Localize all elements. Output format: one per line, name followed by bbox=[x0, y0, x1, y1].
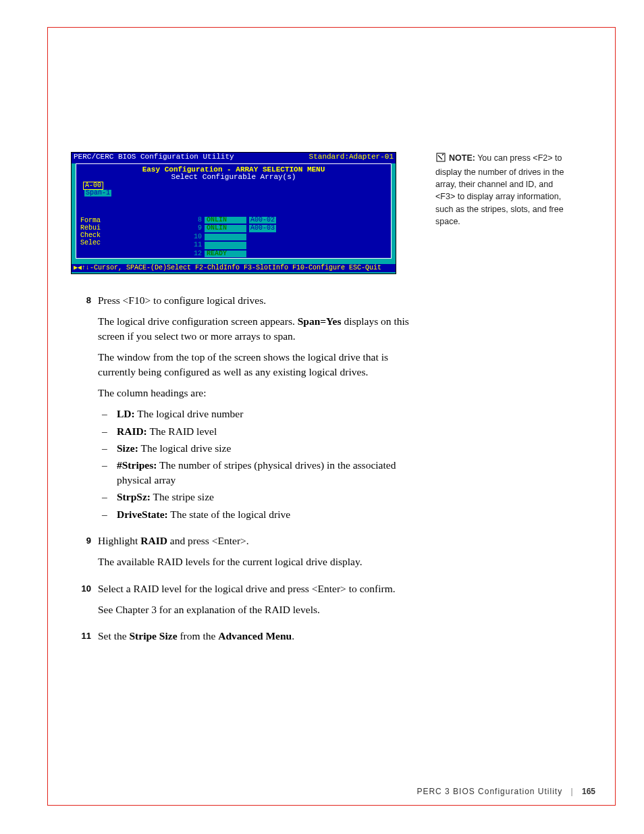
bios-left-menu-item: Check bbox=[80, 232, 101, 239]
bios-row-tag: A00-03 bbox=[249, 225, 276, 232]
bios-left-menu-item: Forma bbox=[80, 217, 101, 224]
step-text: The logical drive configuration screen a… bbox=[98, 314, 415, 343]
footer-title: PERC 3 BIOS Configuration Utility bbox=[417, 787, 562, 796]
bios-row-num: 12 bbox=[191, 251, 202, 258]
page-footer: PERC 3 BIOS Configuration Utility | 165 bbox=[417, 787, 595, 796]
bios-row-status: ONLIN bbox=[205, 225, 246, 232]
bios-menu-sub: Select Configurable Array(s) bbox=[79, 174, 388, 182]
list-desc: The logical drive size bbox=[138, 442, 231, 454]
bios-row-num: 10 bbox=[191, 234, 202, 241]
bios-title-left: PERC/CERC BIOS Configuration Utility bbox=[74, 153, 234, 161]
step-text: Highlight RAID and press <Enter>. bbox=[98, 533, 415, 548]
footer-sep: | bbox=[571, 787, 574, 796]
page-number: 165 bbox=[582, 787, 595, 796]
step-number: 8 bbox=[71, 293, 91, 528]
step-number: 9 bbox=[71, 533, 91, 576]
list-term: #Stripes: bbox=[117, 459, 157, 471]
bios-row-status bbox=[205, 242, 246, 249]
note-text: You can press <F2> to display the number… bbox=[435, 153, 564, 226]
list-desc: The state of the logical drive bbox=[168, 509, 290, 520]
bios-hint-bar: ▶◀↑↓-Cursor, SPACE-(De)Select F2-ChldInf… bbox=[72, 264, 396, 273]
step-number: 10 bbox=[71, 581, 91, 624]
list-desc: The logical drive number bbox=[135, 408, 244, 419]
list-desc: The stripe size bbox=[151, 491, 214, 502]
bios-screenshot: PERC/CERC BIOS Configuration Utility Sta… bbox=[71, 152, 415, 274]
bios-drive-rows: 8ONLINA00-02 9ONLINA00-03 10 11 12READY bbox=[191, 217, 276, 259]
step-text: The available RAID levels for the curren… bbox=[98, 554, 415, 569]
step-text: Set the Stripe Size from the Advanced Me… bbox=[98, 629, 415, 643]
list-term: LD: bbox=[117, 408, 135, 419]
step-9: 9 Highlight RAID and press <Enter>. The … bbox=[71, 533, 415, 576]
step-text: The column headings are: bbox=[98, 386, 415, 400]
step-text: Press <F10> to configure logical drives. bbox=[98, 293, 415, 307]
note-icon bbox=[435, 152, 446, 166]
step-number: 11 bbox=[71, 629, 91, 650]
bios-row-num: 8 bbox=[191, 217, 202, 224]
step-8: 8 Press <F10> to configure logical drive… bbox=[71, 293, 415, 528]
step-11: 11 Set the Stripe Size from the Advanced… bbox=[71, 629, 415, 650]
list-term: Size: bbox=[117, 442, 138, 454]
bios-row-status bbox=[205, 234, 246, 241]
bios-span-label: Span-1 bbox=[84, 190, 111, 197]
list-term: RAID: bbox=[117, 425, 147, 437]
list-desc: The number of stripes (physical drives) … bbox=[117, 459, 396, 485]
bios-row-status: ONLIN bbox=[205, 217, 246, 224]
bios-row-num: 9 bbox=[191, 225, 202, 232]
bios-row-tag: A00-02 bbox=[249, 217, 276, 224]
column-headings-list: –LD: The logical drive number –RAID: The… bbox=[98, 407, 415, 521]
bios-title-right: Standard:Adapter-01 bbox=[309, 153, 394, 161]
bios-row-status: READY bbox=[205, 251, 246, 258]
note-block: NOTE: You can press <F2> to display the … bbox=[435, 152, 570, 228]
bios-left-menu-item: Rebui bbox=[80, 224, 101, 232]
note-label: NOTE: bbox=[449, 153, 475, 163]
step-text: Select a RAID level for the logical driv… bbox=[98, 581, 415, 596]
step-text: The window from the top of the screen sh… bbox=[98, 350, 415, 379]
bios-left-menu: Forma Rebui Check Selec bbox=[80, 217, 101, 246]
list-term: StrpSz: bbox=[117, 491, 151, 502]
svg-rect-0 bbox=[437, 153, 445, 161]
bios-row-num: 11 bbox=[191, 242, 202, 249]
step-text: See Chapter 3 for an explanation of the … bbox=[98, 602, 415, 617]
bios-left-menu-item: Selec bbox=[80, 239, 101, 246]
list-desc: The RAID level bbox=[147, 425, 217, 437]
list-term: DriveState: bbox=[117, 509, 168, 520]
step-10: 10 Select a RAID level for the logical d… bbox=[71, 581, 415, 624]
